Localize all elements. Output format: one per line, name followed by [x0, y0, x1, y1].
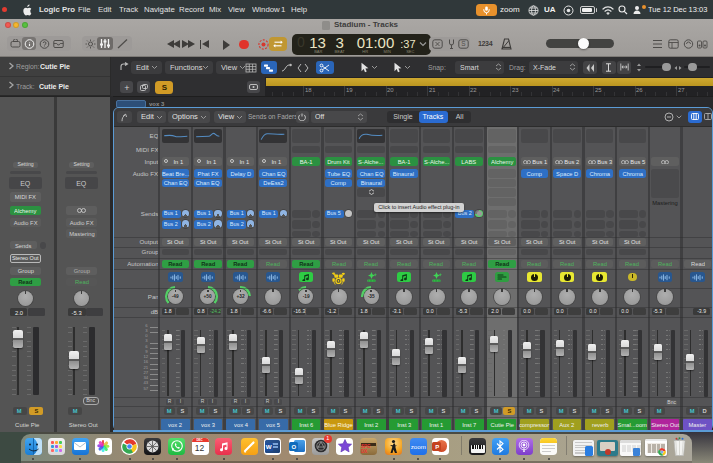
svg-text:S: S	[461, 40, 466, 47]
